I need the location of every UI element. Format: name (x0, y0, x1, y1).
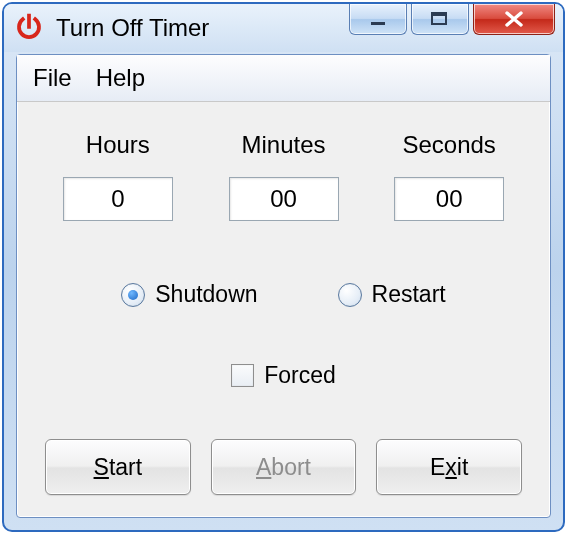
menu-help[interactable]: Help (90, 60, 151, 96)
action-radio-group: Shutdown Restart (45, 281, 522, 308)
abort-button-label: Abort (256, 454, 311, 481)
restart-radio-label: Restart (372, 281, 446, 308)
hours-input[interactable] (63, 177, 173, 221)
restart-radio[interactable]: Restart (338, 281, 446, 308)
forced-checkbox[interactable]: Forced (231, 362, 336, 389)
close-icon (503, 11, 525, 27)
client-area: File Help Hours Minutes Seconds (16, 54, 551, 518)
button-row: Start Abort Exit (45, 439, 522, 495)
maximize-icon (430, 11, 450, 27)
radio-icon (338, 283, 362, 307)
hours-column: Hours (45, 131, 191, 221)
forced-label: Forced (264, 362, 336, 389)
start-button[interactable]: Start (45, 439, 191, 495)
radio-icon (121, 283, 145, 307)
forced-row: Forced (45, 362, 522, 389)
minutes-column: Minutes (211, 131, 357, 221)
minutes-input[interactable] (229, 177, 339, 221)
menubar: File Help (17, 55, 550, 102)
close-button[interactable] (473, 4, 555, 35)
window-title: Turn Off Timer (56, 14, 209, 42)
minutes-label: Minutes (241, 131, 325, 159)
shutdown-radio-label: Shutdown (155, 281, 257, 308)
app-window: Turn Off Timer (2, 2, 565, 532)
svg-rect-2 (432, 13, 446, 16)
checkbox-icon (231, 364, 254, 387)
window-controls (349, 4, 555, 35)
shutdown-radio[interactable]: Shutdown (121, 281, 257, 308)
form-body: Hours Minutes Seconds Shutdown (17, 101, 550, 517)
menu-file[interactable]: File (27, 60, 78, 96)
seconds-label: Seconds (402, 131, 495, 159)
minimize-icon (369, 12, 387, 26)
start-button-label: Start (94, 454, 143, 481)
titlebar[interactable]: Turn Off Timer (4, 4, 563, 52)
exit-button[interactable]: Exit (376, 439, 522, 495)
svg-rect-0 (371, 22, 385, 25)
minimize-button[interactable] (349, 4, 407, 35)
power-icon (14, 13, 44, 43)
exit-button-label: Exit (430, 454, 468, 481)
seconds-input[interactable] (394, 177, 504, 221)
abort-button[interactable]: Abort (211, 439, 357, 495)
time-row: Hours Minutes Seconds (45, 131, 522, 221)
seconds-column: Seconds (376, 131, 522, 221)
maximize-button[interactable] (411, 4, 469, 35)
hours-label: Hours (86, 131, 150, 159)
